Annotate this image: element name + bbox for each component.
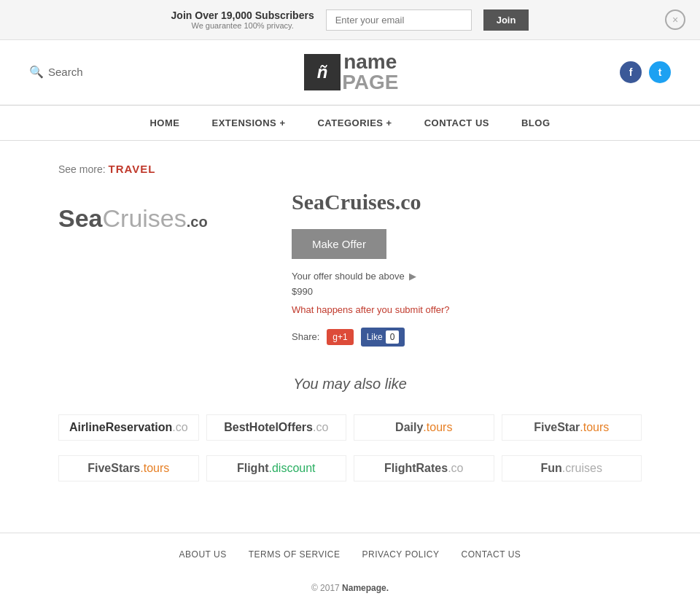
footer-copy: © 2017 Namepage.: [0, 576, 700, 615]
nav-item-contact: CONTACT US: [408, 106, 505, 140]
similar-item-fivestars[interactable]: FiveStars.tours: [58, 455, 199, 481]
logo-words: name PAGE: [342, 52, 398, 93]
offer-arrow-icon: ▶: [409, 271, 416, 282]
join-button[interactable]: Join: [483, 9, 529, 31]
search-area[interactable]: 🔍 Search: [29, 65, 83, 79]
domain-info: SeaCruises.co Make Offer Your offer shou…: [292, 190, 642, 347]
similar-item-daily[interactable]: Daily.tours: [354, 414, 494, 441]
nav-link-extensions[interactable]: EXTENSIONS +: [195, 106, 301, 140]
nav-link-categories[interactable]: CATEGORIES +: [301, 106, 408, 140]
similar-title: You may also like: [58, 376, 642, 392]
similar-item-flightrates[interactable]: FlightRates.co: [354, 455, 494, 481]
similar-logo-daily: Daily.tours: [354, 414, 494, 441]
similar-logo-fivestar: FiveStar.tours: [502, 414, 642, 441]
similar-grid: AirlineReservation.co BestHotelOffers.co…: [58, 414, 642, 481]
offer-info-text: Your offer should be above: [292, 271, 405, 282]
nav-item-home: HOME: [133, 106, 195, 140]
top-bar-headline: Join Over 19,000 Subscribers We guarante…: [171, 9, 314, 30]
top-bar: Join Over 19,000 Subscribers We guarante…: [0, 0, 700, 40]
nav-item-blog: BLOG: [505, 106, 567, 140]
email-input[interactable]: [326, 9, 472, 31]
similar-logo-airline: AirlineReservation.co: [58, 414, 199, 441]
domain-logo-image: SeaCruises.co: [58, 190, 262, 247]
search-label: Search: [48, 66, 83, 78]
main-content: See more: TRAVEL SeaCruises.co SeaCruise…: [0, 141, 700, 518]
logo-icon: ñ: [304, 54, 341, 90]
footer-link-about[interactable]: ABOUT US: [179, 549, 227, 560]
top-bar-subtext: We guarantee 100% privacy.: [171, 21, 314, 30]
header: 🔍 Search ñ name PAGE f t: [0, 40, 700, 105]
facebook-like-button[interactable]: Like 0: [361, 328, 405, 347]
category-link[interactable]: TRAVEL: [108, 163, 155, 175]
similar-logo-fivestars: FiveStars.tours: [58, 455, 199, 481]
offer-question-link[interactable]: What happens after you submit offer?: [292, 304, 450, 315]
make-offer-button[interactable]: Make Offer: [292, 229, 386, 259]
google-plus-button[interactable]: g+1: [327, 329, 353, 345]
logo-page: PAGE: [342, 71, 398, 93]
footer-link-contact[interactable]: CONTACT US: [461, 549, 521, 560]
share-area: Share: g+1 Like 0: [292, 328, 642, 347]
nav: HOMEEXTENSIONS +CATEGORIES +CONTACT USBL…: [0, 105, 700, 141]
domain-section: SeaCruises.co SeaCruises.co Make Offer Y…: [58, 190, 642, 347]
offer-info: Your offer should be above ▶: [292, 271, 642, 282]
see-more: See more: TRAVEL: [58, 163, 642, 175]
similar-section: You may also like AirlineReservation.co …: [58, 376, 642, 481]
similar-item-airline[interactable]: AirlineReservation.co: [58, 414, 199, 441]
top-bar-headline-text: Join Over 19,000 Subscribers: [171, 9, 314, 21]
similar-item-flight-discount[interactable]: Flight.discount: [206, 455, 347, 481]
see-more-label: See more:: [58, 163, 106, 175]
similar-item-fivestar[interactable]: FiveStar.tours: [502, 414, 642, 441]
domain-logo-co: .co: [187, 214, 208, 230]
nav-link-home[interactable]: HOME: [133, 106, 195, 140]
footer-links: ABOUT USTERMS OF SERVICEPRIVACY POLICYCO…: [0, 533, 700, 576]
logo-name: name: [343, 50, 397, 73]
nav-link-blog[interactable]: BLOG: [505, 106, 567, 140]
nav-item-extensions: EXTENSIONS +: [195, 106, 301, 140]
footer-brand-link[interactable]: Namepage.: [342, 583, 389, 593]
domain-logo-sea: Sea: [58, 204, 103, 232]
offer-price: $990: [292, 286, 642, 297]
domain-name: SeaCruises.co: [292, 190, 642, 214]
similar-logo-besthotel: BestHotelOffers.co: [206, 414, 347, 441]
similar-item-fun[interactable]: Fun.cruises: [502, 455, 642, 481]
fb-count: 0: [386, 330, 400, 344]
domain-logo-area: SeaCruises.co: [58, 190, 262, 247]
nav-item-categories: CATEGORIES +: [301, 106, 408, 140]
similar-item-besthotel[interactable]: BestHotelOffers.co: [206, 414, 347, 441]
domain-logo-cruises: Cruises: [103, 204, 187, 232]
facebook-icon[interactable]: f: [620, 61, 642, 83]
similar-logo-flight-discount: Flight.discount: [206, 455, 347, 481]
search-icon: 🔍: [29, 65, 44, 79]
fb-like-label: Like: [367, 332, 383, 342]
twitter-icon[interactable]: t: [649, 61, 671, 83]
footer-link-privacy[interactable]: PRIVACY POLICY: [362, 549, 440, 560]
similar-logo-fun: Fun.cruises: [502, 455, 642, 481]
footer-link-terms[interactable]: TERMS OF SERVICE: [249, 549, 341, 560]
share-label: Share:: [292, 331, 319, 342]
nav-link-contact[interactable]: CONTACT US: [408, 106, 505, 140]
footer-copyright: © 2017: [311, 583, 340, 593]
similar-logo-flightrates: FlightRates.co: [354, 455, 494, 481]
logo-area[interactable]: ñ name PAGE: [304, 52, 398, 93]
close-button[interactable]: ×: [665, 9, 685, 30]
social-icons: f t: [620, 61, 671, 83]
